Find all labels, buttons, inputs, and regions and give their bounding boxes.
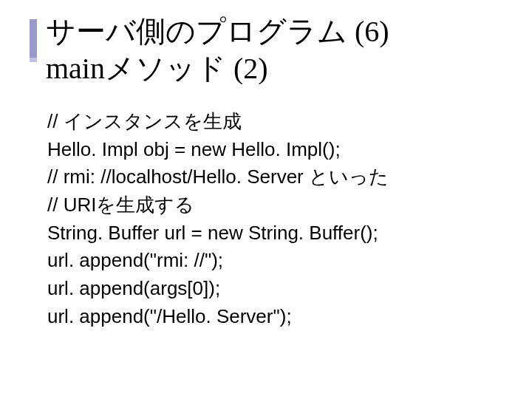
code-line: url. append(args[0]); [47,275,502,303]
code-body: // インスタンスを生成 Hello. Impl obj = new Hello… [47,108,502,331]
slide: サーバ側のプログラム (6) mainメソッド (2) // インスタンスを生成… [0,0,532,399]
code-line: String. Buffer url = new String. Buffer(… [47,219,502,248]
code-line: // URIを生成する [47,191,502,219]
code-line: url. append("rmi: //"); [47,247,502,275]
code-line: url. append("/Hello. Server"); [47,303,502,331]
slide-title: サーバ側のプログラム (6) mainメソッド (2) [46,13,389,87]
title-block: サーバ側のプログラム (6) mainメソッド (2) [30,13,502,87]
title-bullet-icon [30,19,37,58]
code-line: // rmi: //localhost/Hello. Server といった [47,163,502,191]
code-line: Hello. Impl obj = new Hello. Impl(); [47,136,502,164]
code-line: // インスタンスを生成 [47,108,502,136]
title-line-1: サーバ側のプログラム (6) [46,15,389,48]
title-line-2: mainメソッド (2) [46,52,268,85]
